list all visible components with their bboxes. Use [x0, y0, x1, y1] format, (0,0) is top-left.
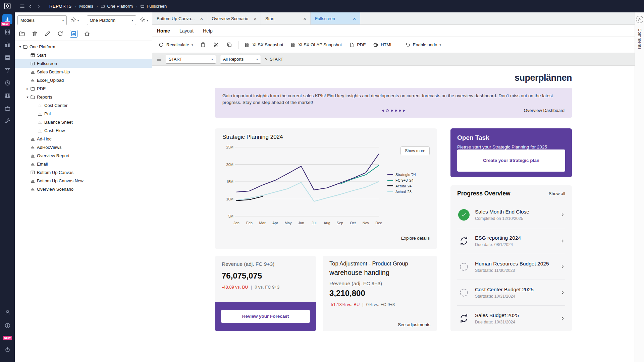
report-select[interactable]: START ▾: [166, 55, 216, 64]
show-more-button[interactable]: Show more: [400, 146, 430, 155]
carousel-dot[interactable]: [386, 109, 389, 112]
xlsx-olap-snapshot-button[interactable]: XLSX OLAP Snapshot: [287, 40, 345, 50]
tree-item-email[interactable]: Email: [15, 160, 152, 168]
menu-layout[interactable]: Layout: [179, 28, 194, 34]
tools-icon[interactable]: [2, 116, 12, 126]
power-icon[interactable]: [2, 345, 12, 355]
tools-icon[interactable]: [636, 16, 643, 23]
tree-item-cost-center[interactable]: Cost Center: [15, 101, 152, 110]
enable-undo-button[interactable]: Enable undo ▾: [402, 40, 445, 50]
breadcrumb-item-models[interactable]: Models: [79, 4, 93, 9]
tree-item-reports[interactable]: ▾Reports: [15, 93, 152, 101]
whats-new-badge[interactable]: NEW: [3, 336, 12, 340]
platform-select[interactable]: One Platform ▾: [87, 15, 136, 25]
tree-item-pdf[interactable]: ▸PDF: [15, 84, 152, 93]
user-icon[interactable]: [2, 307, 12, 317]
tree-item-balance-sheet[interactable]: Balance Sheet: [15, 118, 152, 126]
tree-item-fullscreen[interactable]: Fullscreen: [15, 59, 152, 68]
charts-icon[interactable]: [2, 40, 12, 50]
close-icon[interactable]: ×: [352, 16, 357, 21]
tree-item-bottom-up-canvas-new[interactable]: Bottom Up Canvas New: [15, 177, 152, 185]
scope-select[interactable]: All Reports ▾: [220, 55, 261, 64]
overview-dashboard-link[interactable]: Overview Dashboard: [524, 108, 565, 113]
menu-icon[interactable]: [156, 57, 162, 62]
xlsx-snapshot-button[interactable]: XLSX Snapshot: [241, 40, 286, 50]
chevron-right-icon[interactable]: [560, 212, 565, 218]
chevron-down-icon[interactable]: ▾: [25, 95, 30, 99]
chevron-down-icon[interactable]: ▾: [17, 45, 23, 49]
pdf-export-button[interactable]: PDF: [346, 40, 369, 50]
tab-fullscreen[interactable]: Fullscreen×: [311, 12, 360, 24]
tree-item-adhocviews[interactable]: AdHocViews: [15, 143, 152, 152]
carousel-next-icon[interactable]: ▶: [403, 109, 406, 112]
tab-bottom-up-canva[interactable]: Bottom Up Canva...×: [152, 12, 207, 24]
tab-start[interactable]: Start×: [261, 12, 311, 24]
breadcrumb-item-reports[interactable]: REPORTS: [49, 4, 72, 9]
models-select[interactable]: Models ▾: [17, 15, 67, 25]
tab-overview-scenario[interactable]: Overview Scenario×: [207, 12, 261, 24]
media-icon[interactable]: [2, 90, 12, 101]
platform-settings-button[interactable]: ▾: [139, 16, 149, 25]
dashboards-icon[interactable]: NEW: [2, 14, 12, 24]
progress-item-sales-budget-2025[interactable]: Sales Budget 2025Due date: 10/31/2024: [457, 305, 565, 331]
tree-item-pnl[interactable]: PnL: [15, 110, 152, 118]
info-icon[interactable]: [2, 320, 12, 330]
modeler-icon[interactable]: [2, 65, 12, 75]
tree-item-bottom-up-canvas[interactable]: Bottom Up Canvas: [15, 168, 152, 177]
tree-item-overview-report[interactable]: Overview Report: [15, 152, 152, 160]
chevron-right-icon[interactable]: ▸: [25, 87, 30, 90]
tree-item-start[interactable]: Start: [15, 51, 152, 59]
back-icon[interactable]: [28, 4, 33, 9]
tree-item-overview-scenario[interactable]: Overview Scenario: [15, 185, 152, 193]
progress-item-cost-center-budget-2025[interactable]: Cost Center Budget 2025Startdate: 10/31/…: [457, 280, 565, 305]
chevron-right-icon[interactable]: [560, 290, 565, 295]
edit-icon[interactable]: [44, 31, 51, 37]
delete-icon[interactable]: [32, 31, 38, 37]
chevron-right-icon[interactable]: [560, 264, 565, 269]
comments-tab[interactable]: Comments: [637, 28, 642, 50]
app-logo-icon[interactable]: [3, 2, 11, 10]
copy-button[interactable]: [223, 40, 235, 50]
breadcrumb-item-one-platform[interactable]: One Platform: [101, 4, 133, 9]
review-forecast-button[interactable]: Review your Forecast: [221, 310, 310, 323]
html-export-button[interactable]: HTML: [370, 40, 396, 50]
tree-item-excel-upload[interactable]: Excel_Upload: [15, 76, 152, 84]
progress-item-sales-month-end-close[interactable]: Sales Month End CloseCompleted on 12/10/…: [457, 202, 565, 228]
progress-item-human-resources-budget-2025[interactable]: Human Resources Budget 2025Startdate: 11…: [457, 254, 565, 280]
see-adjustments-link[interactable]: See adjustments: [329, 322, 430, 327]
close-icon[interactable]: ×: [253, 16, 257, 21]
recalculate-button[interactable]: Recalculate ▾: [155, 40, 196, 50]
show-all-link[interactable]: Show all: [549, 191, 565, 196]
tree-item-cash-flow[interactable]: Cash Flow: [15, 126, 152, 135]
close-icon[interactable]: ×: [199, 16, 204, 21]
close-icon[interactable]: ×: [303, 16, 307, 21]
models-settings-button[interactable]: ▾: [69, 16, 80, 25]
chevron-right-icon[interactable]: [560, 238, 565, 244]
tree-item-sales-bottom-up[interactable]: Sales Bottom-Up: [15, 68, 152, 76]
menu-home[interactable]: Home: [157, 28, 170, 34]
spreadsheets-icon[interactable]: [2, 27, 12, 37]
breadcrumb-item-fullscreen[interactable]: Fullscreen: [140, 4, 167, 9]
lists-icon[interactable]: [2, 52, 12, 62]
scheduler-icon[interactable]: [2, 78, 12, 88]
create-strategic-plan-button[interactable]: Create your Strategic plan: [457, 149, 565, 172]
tree-item-one-platform[interactable]: ▾One Platform: [15, 43, 152, 51]
carousel-dot[interactable]: [395, 110, 397, 112]
progress-item-esg-reporting-2024[interactable]: ESG reporting 2024Due date: 08/1/2024: [457, 228, 565, 254]
forward-icon[interactable]: [36, 4, 41, 9]
home-icon[interactable]: [84, 31, 90, 37]
reports-view-icon[interactable]: [70, 30, 77, 38]
menu-icon[interactable]: [19, 3, 25, 9]
carousel-prev-icon[interactable]: ◀: [381, 109, 384, 112]
add-folder-icon[interactable]: [19, 31, 25, 37]
carousel-dot[interactable]: [391, 110, 393, 112]
tree-item-ad-hoc[interactable]: Ad-Hoc: [15, 135, 152, 143]
explore-details-link[interactable]: Explore details: [222, 236, 430, 241]
menu-help[interactable]: Help: [203, 28, 213, 34]
refresh-icon[interactable]: [57, 31, 63, 37]
projects-icon[interactable]: [2, 103, 12, 113]
paste-button[interactable]: [197, 40, 209, 50]
cut-button[interactable]: [210, 40, 222, 50]
chevron-right-icon[interactable]: [560, 316, 565, 321]
carousel-dot[interactable]: [399, 110, 401, 112]
